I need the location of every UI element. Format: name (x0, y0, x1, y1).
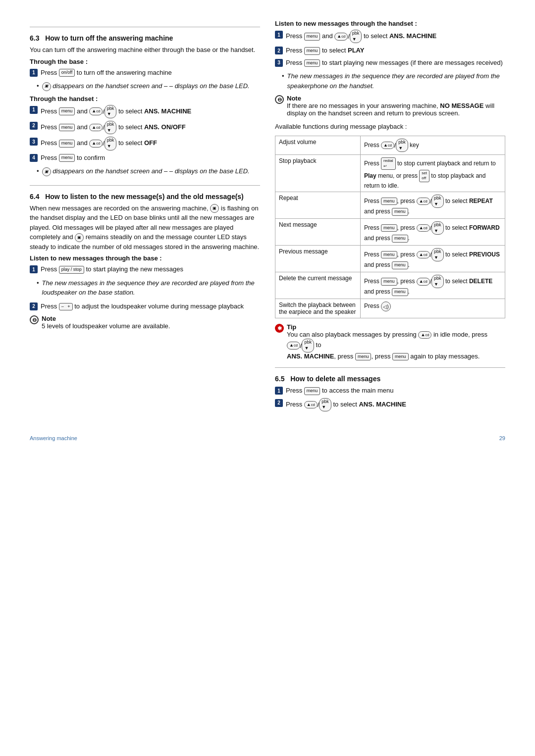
step-text: Press menu and ▲cd/pbk▼ to select ANS. O… (41, 121, 186, 134)
listen-base-steps2: 2 Press – + to adjust the loudspeaker vo… (30, 302, 260, 311)
step-item: 1 Press menu and ▲cd/pbk▼ to select ANS.… (275, 30, 505, 43)
action-cell: Press menu, press ▲cd/pbk▼ to select FOR… (360, 218, 505, 245)
listen-handset-heading: Listen to new messages through the hands… (275, 20, 505, 27)
section-6-4: 6.4 How to listen to the new message(s) … (30, 193, 260, 330)
nav-down-key11: pbk▼ (319, 398, 331, 411)
note-icon2: ⊖ (275, 95, 284, 104)
step-number: 1 (275, 31, 283, 39)
nav-down-key5: pbk▼ (396, 139, 408, 152)
msg-icon: ▣ (42, 82, 51, 91)
menu-key4: menu (59, 154, 75, 162)
table-row: Adjust volume Press ▲cd/pbk▼ key (275, 136, 505, 154)
step-item: 4 Press menu to confirm (30, 153, 260, 163)
nav-down-key4: pbk▼ (350, 30, 362, 43)
action-cell: Press menu, press ▲cd/pbk▼ to select DEL… (360, 272, 505, 299)
nav-key-group4: ▲cd/pbk▼ (334, 30, 362, 43)
nav-key-group8: ▲cd/pbk▼ (417, 248, 444, 261)
on-off-key: on/off (59, 69, 75, 77)
menu-key3: menu (59, 140, 75, 148)
menu-key: menu (59, 107, 75, 115)
tip-content: Tip You can also playback messages by pr… (287, 323, 505, 360)
step-number: 3 (275, 59, 283, 67)
step-item: 2 Press menu to select PLAY (275, 46, 505, 55)
left-column: 6.3 How to turn off the answering machin… (30, 20, 260, 420)
action-cell: Press menu, press ▲cd/pbk▼ to select PRE… (360, 245, 505, 272)
step-item: 3 Press menu and ▲cd/pbk▼ to select OFF (30, 137, 260, 150)
table-row: Previous message Press menu, press ▲cd/p… (275, 245, 505, 272)
step-text: Press menu to access the main menu (286, 386, 394, 396)
through-handset-heading: Through the handset : (30, 95, 260, 102)
nav-up-key10: ▲cd (418, 331, 431, 339)
listen-base-heading: Listen to new messages through the base … (30, 254, 260, 262)
step-text: Press play / stop to start playing the n… (41, 264, 183, 274)
table-row: Next message Press menu, press ▲cd/pbk▼ … (275, 218, 505, 245)
nav-up-key6: ▲cd (417, 198, 430, 205)
section-6-3-intro: You can turn off the answering machine e… (30, 45, 260, 55)
right-column: Listen to new messages through the hands… (275, 20, 505, 420)
nav-up-key3: ▲cd (89, 140, 103, 148)
footer-left: Answering machine (30, 435, 77, 441)
nav-key-group9: ▲cd/pbk▼ (417, 275, 444, 288)
nav-down-key: pbk▼ (105, 105, 117, 118)
menu-key8: menu (381, 198, 397, 205)
through-handset-steps: 1 Press menu and ▲cd/pbk▼ to select ANS.… (30, 105, 260, 163)
bullet-text: The new messages in the sequence they ar… (42, 278, 260, 298)
play-stop-key: play / stop (59, 266, 84, 274)
section-6-3: 6.3 How to turn off the answering machin… (30, 27, 260, 176)
nav-down-key3: pbk▼ (105, 137, 117, 150)
menu-key16: menu (355, 353, 372, 361)
through-handset-bullets: ▣ disappears on the handset screen and –… (37, 166, 260, 176)
nav-up-key7: ▲cd (417, 224, 430, 232)
bottom-divider (275, 367, 505, 368)
nav-down-key6: pbk▼ (431, 195, 444, 208)
step-item: 1 Press menu and ▲cd/pbk▼ to select ANS.… (30, 105, 260, 118)
section-6-5-heading: 6.5 How to delete all messages (275, 375, 505, 383)
section-6-5: 6.5 How to delete all messages 1 Press m… (275, 375, 505, 411)
table-row: Delete the current message Press menu, p… (275, 272, 505, 299)
through-base-steps: 1 Press on/off to turn off the answering… (30, 68, 260, 78)
step-text: Press menu and ▲cd/pbk▼ to select OFF (41, 137, 157, 150)
bullet-item: The new messages in the sequence they ar… (282, 71, 505, 91)
section-6-5-steps: 1 Press menu to access the main menu 2 P… (275, 386, 505, 411)
through-base-heading: Through the base : (30, 58, 260, 65)
step-number: 4 (30, 154, 38, 162)
action-cell: Press ◁) (360, 299, 505, 318)
note-box-2: ⊖ NoteIf there are no messages in your a… (275, 95, 505, 117)
step-number: 2 (30, 122, 38, 130)
action-cell: Press menu, press ▲cd/pbk▼ to select REP… (360, 192, 505, 218)
menu-key7: menu (304, 59, 321, 67)
speaker-key: ◁) (381, 302, 391, 311)
step-item: 2 Press ▲cd/pbk▼ to select ANS. MACHINE (275, 398, 505, 411)
nav-key-group: ▲cd/pbk▼ (89, 105, 116, 118)
step-number: 1 (30, 106, 38, 114)
through-base-bullets: ▣ disappears on the handset screen and –… (37, 81, 260, 91)
table-row: Switch the playback between the earpiece… (275, 299, 505, 318)
menu-key5: menu (304, 33, 321, 41)
redial-key: redial↩ (381, 157, 396, 170)
step-number: 1 (30, 69, 38, 77)
note-icon: ⊖ (30, 315, 39, 324)
nav-down-key9: pbk▼ (431, 275, 444, 288)
action-cell: Press redial↩ to stop current playback a… (360, 155, 505, 192)
top-divider (30, 27, 260, 27)
step-number: 2 (275, 47, 283, 54)
step-text: Press on/off to turn off the answering m… (41, 68, 172, 78)
menu-key15: menu (392, 288, 408, 296)
bullet-text: The new messages in the sequence they ar… (287, 71, 505, 91)
table-row: Repeat Press menu, press ▲cd/pbk▼ to sel… (275, 192, 505, 218)
nav-down-key2: pbk▼ (105, 121, 117, 134)
msg-icon3: ▣ (210, 204, 219, 213)
nav-up-key9: ▲cd (417, 278, 430, 286)
step-text: Press – + to adjust the loudspeaker volu… (41, 302, 244, 311)
menu-key14: menu (381, 278, 397, 286)
vol-key: – + (59, 303, 73, 311)
page-number: 29 (499, 435, 505, 441)
step-number: 2 (275, 399, 283, 407)
nav-up-key8: ▲cd (417, 251, 430, 259)
listen-base-steps: 1 Press play / stop to start playing the… (30, 264, 260, 274)
listen-base-bullets: The new messages in the sequence they ar… (37, 278, 260, 298)
menu-key10: menu (381, 224, 397, 232)
tip-box: ✱ Tip You can also playback messages by … (275, 323, 505, 360)
nav-down-key8: pbk▼ (431, 248, 444, 261)
menu-key18: menu (304, 387, 321, 395)
